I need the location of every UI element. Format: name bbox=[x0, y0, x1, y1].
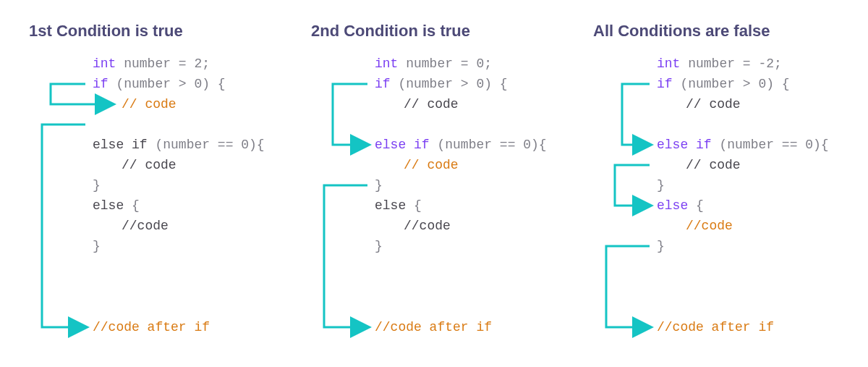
tok-int: int bbox=[93, 56, 116, 71]
tok-decl: number = 2; bbox=[116, 56, 210, 71]
tok-cmt1: // code bbox=[657, 97, 741, 111]
tok-else: else bbox=[375, 198, 406, 213]
tok-elseif: else if bbox=[375, 138, 430, 152]
tok-brace1: } bbox=[657, 178, 665, 193]
tok-brace2: } bbox=[657, 239, 665, 253]
tok-if: if bbox=[375, 77, 391, 91]
column-title: All Conditions are false bbox=[593, 22, 868, 41]
tok-decl: number = 0; bbox=[398, 56, 492, 71]
column-all-false: All Conditions are false int number = -2… bbox=[593, 22, 868, 317]
column-title: 1st Condition is true bbox=[29, 22, 304, 41]
code-block: int number = 0; if (number > 0) { // cod… bbox=[311, 54, 586, 317]
tok-after: //code after if bbox=[657, 320, 774, 334]
tok-ifcond: (number > 0) { bbox=[673, 77, 790, 91]
tok-cmt3: //code bbox=[375, 219, 451, 233]
column-title: 2nd Condition is true bbox=[311, 22, 586, 41]
tok-elseifcond: (number == 0){ bbox=[712, 138, 829, 152]
tok-cmt3: //code bbox=[93, 219, 169, 233]
tok-brace2: } bbox=[375, 239, 383, 253]
column-2nd-condition: 2nd Condition is true int number = 0; if… bbox=[311, 22, 586, 317]
tok-after: //code after if bbox=[93, 320, 210, 334]
tok-cmt2: // code bbox=[657, 158, 741, 172]
tok-if: if bbox=[93, 77, 109, 91]
tok-elseif: else if bbox=[657, 138, 712, 152]
tok-elseifcond: (number == 0){ bbox=[430, 138, 547, 152]
tok-cmt3: //code bbox=[657, 219, 733, 233]
tok-else: else bbox=[93, 198, 124, 213]
tok-elseifcond: (number == 0){ bbox=[148, 138, 265, 152]
tok-brace1: } bbox=[375, 178, 383, 193]
tok-else: else bbox=[657, 198, 688, 213]
tok-elseopen: { bbox=[406, 198, 422, 213]
tok-cmt2: // code bbox=[93, 158, 176, 172]
tok-elseif: else if bbox=[93, 138, 148, 152]
tok-brace2: } bbox=[93, 239, 101, 253]
tok-ifcond: (number > 0) { bbox=[391, 77, 508, 91]
code-block: int number = 2; if (number > 0) { // cod… bbox=[29, 54, 304, 317]
tok-cmt1: // code bbox=[93, 97, 176, 111]
tok-if: if bbox=[657, 77, 673, 91]
tok-elseopen: { bbox=[688, 198, 704, 213]
tok-int: int bbox=[375, 56, 398, 71]
column-1st-condition: 1st Condition is true int number = 2; if… bbox=[29, 22, 304, 317]
tok-elseopen: { bbox=[124, 198, 140, 213]
tok-ifcond: (number > 0) { bbox=[109, 77, 226, 91]
tok-decl: number = -2; bbox=[680, 56, 781, 71]
tok-after: //code after if bbox=[375, 320, 492, 334]
code-block: int number = -2; if (number > 0) { // co… bbox=[593, 54, 868, 317]
tok-cmt2: // code bbox=[375, 158, 459, 172]
tok-cmt1: // code bbox=[375, 97, 459, 111]
tok-int: int bbox=[657, 56, 680, 71]
tok-brace1: } bbox=[93, 178, 101, 193]
